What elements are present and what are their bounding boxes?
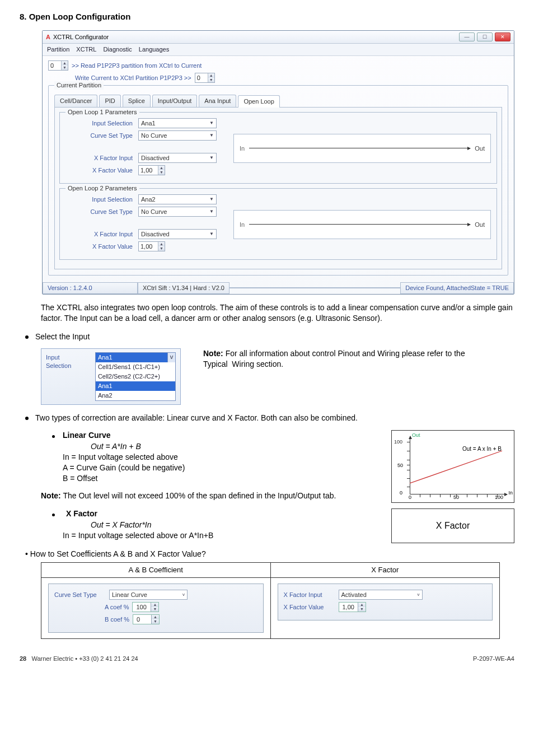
chevron-down-icon: v [167,353,175,362]
write-spinner-value: 0 [195,74,208,82]
footer-right: P-2097-WE-A4 [473,655,514,663]
loop2-xfi-combo[interactable]: Disactived▼ [138,229,217,239]
chevron-down-icon: ▼ [209,120,214,127]
statusbar: Version : 1.2.4.0 XCtrl Sift : V1.34 | H… [43,282,514,294]
chevron-down-icon: ▼ [209,197,214,203]
loop1-out-label: Out [475,144,485,153]
ytick-0: 0 [400,489,402,496]
loop2-out-label: Out [475,221,485,229]
xfactor-title: X Factor [66,508,213,519]
bullet-icon [52,435,55,438]
option-ana2[interactable]: Ana2 [96,391,175,400]
menu-xctrl[interactable]: XCTRL [76,45,96,54]
loop2-xfv-spinner[interactable]: 1,00▲▼ [138,241,165,251]
howto-heading: • How to Set Coefficients A & B and X Fa… [25,549,514,559]
window-title: XCTRL Configurator [53,33,109,41]
loop1-xfi-label: X Factor Input [65,154,133,162]
chevron-down-icon: ▼ [209,231,214,237]
loop2-xfi-label: X Factor Input [65,230,133,239]
xfi-combo[interactable]: Activatedv [339,590,423,600]
loop1-curve-combo[interactable]: No Curve▼ [138,130,217,141]
status-device: Device Found, AttachedState = TRUE [400,282,514,294]
loop1-input-sel-combo[interactable]: Ana1▼ [138,118,217,128]
chevron-down-icon: ▼ [209,133,214,139]
loop1-xfi-value: Disactived [141,154,170,162]
chart-line [410,436,508,496]
loop1-xfv-spinner[interactable]: 1,00▲▼ [138,165,165,175]
xfv-spinner[interactable]: 1,00▲▼ [339,602,366,612]
linear-curve-title: Linear Curve [63,430,185,441]
linear-in-def: In = Input voltage selected above [63,452,185,463]
close-button[interactable]: ✕ [495,32,510,41]
menu-partition[interactable]: Partition [47,45,69,54]
titlebar: A XCTRL Configurator — ☐ ✕ [43,31,514,44]
acoef-label: A coef % [105,603,129,612]
linear-equation: Out = A*In + B [91,441,185,452]
app-icon: A [46,33,50,41]
curve-set-type-combo[interactable]: Linear Curvev [109,590,188,600]
status-middle: XCtrl Sift : V1.34 | Hard : V2.0 [138,282,229,294]
loop2-input-sel-combo[interactable]: Ana2▼ [138,194,217,204]
note-wiring: Note: For all information about control … [203,348,514,370]
maximize-button[interactable]: ☐ [477,32,493,41]
acoef-value: 100 [133,603,151,612]
input-selection-label: Input Selection [46,352,85,370]
loop1-chart: In Out [233,134,491,163]
status-version: Version : 1.2.4.0 [43,282,138,294]
configurator-window: A XCTRL Configurator — ☐ ✕ Partition XCT… [42,30,514,295]
tab-splice[interactable]: Splice [123,95,151,107]
bcoef-label: B coef % [105,615,129,624]
loop2-title: Open Loop 2 Parameters [65,184,139,193]
th-ab: A & B Coefficient [41,563,271,578]
menu-diagnostic[interactable]: Diagnostic [103,45,132,54]
read-spinner-value: 0 [49,62,61,70]
chevron-down-icon: v [182,592,185,598]
tab-cell-dancer[interactable]: Cell/Dancer [54,95,97,107]
loop2-curve-label: Curve Set Type [65,208,133,216]
bullet-two-types: Two types of correction are available: L… [35,413,358,423]
acoef-spinner[interactable]: 100▲▼ [132,602,159,612]
tab-ana-input[interactable]: Ana Input [199,95,236,107]
menu-languages[interactable]: Languages [139,45,169,54]
xfactor-panel: X Factor Input Activatedv X Factor Value… [278,584,493,620]
read-partition-spinner[interactable]: 0 ▲▼ [48,60,68,71]
section-heading: 8. Open Loop Configuration [20,11,514,22]
loop2-curve-combo[interactable]: No Curve▼ [138,207,217,217]
menubar: Partition XCTRL Diagnostic Languages [43,44,514,56]
chevron-down-icon: ▼ [209,209,214,215]
linear-b-def: B = Offset [63,473,185,484]
open-loop-1-group: Open Loop 1 Parameters Input Selection A… [59,112,497,184]
loop1-input-sel-label: Input Selection [65,119,133,128]
input-selection-list[interactable]: Ana1v Cell1/Sens1 (C1-/C1+) Cell2/Sens2 … [95,352,176,400]
loop1-curve-value: No Curve [141,132,167,140]
option-cell1[interactable]: Cell1/Sens1 (C1-/C1+) [96,362,175,372]
tab-open-loop[interactable]: Open Loop [238,95,279,108]
loop1-xfv-label: X Factor Value [65,166,133,175]
ytick-50: 50 [397,462,403,469]
loop2-curve-value: No Curve [141,208,167,216]
open-loop-2-group: Open Loop 2 Parameters Input Selection A… [59,188,497,260]
loop1-xfi-combo[interactable]: Disactived▼ [138,153,217,163]
minimize-button[interactable]: — [459,32,475,41]
chart-xlabel: In [508,489,513,496]
coefficients-table: A & B Coefficient X Factor Curve Set Typ… [41,562,500,639]
current-partition-group: Current Partition Cell/Dancer PID Splice… [48,85,508,276]
bullet-icon [52,514,55,516]
bcoef-spinner[interactable]: 0▲▼ [133,614,160,624]
tab-pid[interactable]: PID [99,95,120,107]
svg-line-0 [410,451,502,483]
xfactor-box: X Factor [391,508,514,543]
loop2-xfi-value: Disactived [141,230,170,239]
loop1-in-label: In [240,144,245,153]
tab-io[interactable]: Input/Output [152,95,198,107]
write-partition-spinner[interactable]: 0 ▲▼ [195,73,215,83]
linear-curve-chart: Out 100 50 0 0 50 100 In Out = A x In + … [391,430,514,503]
loop1-title: Open Loop 1 Parameters [65,108,139,116]
option-ana1[interactable]: Ana1 [96,381,175,391]
loop2-input-sel-label: Input Selection [65,195,133,204]
footer-left: 28 Warner Electric • +33 (0) 2 41 21 24 … [20,655,138,663]
linear-a-def: A = Curve Gain (could be negative) [63,463,185,473]
ab-coef-panel: Curve Set Type Linear Curvev A coef % 10… [48,584,264,633]
option-cell2[interactable]: Cell2/Sens2 (C2-/C2+) [96,372,175,381]
read-partition-button[interactable]: >> Read P1P2P3 partition from XCtrl to C… [72,62,202,70]
